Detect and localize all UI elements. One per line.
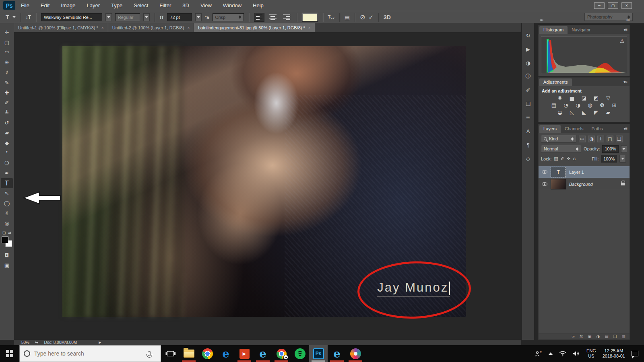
font-family-caret[interactable] bbox=[105, 13, 112, 21]
new-adjustment-layer-icon[interactable]: ◑ bbox=[596, 334, 600, 339]
ellipse-tool[interactable]: ◯ bbox=[1, 198, 13, 208]
menu-type[interactable]: Type bbox=[105, 0, 128, 11]
visibility-eye-icon[interactable] bbox=[542, 182, 547, 186]
panel-menu-icon[interactable]: ▾≡ bbox=[623, 126, 627, 131]
layer-name[interactable]: Background bbox=[569, 182, 593, 187]
swap-colors-icon[interactable]: ⇄ bbox=[8, 231, 11, 235]
zoom-level[interactable]: 50% bbox=[21, 340, 29, 345]
invert-icon[interactable]: ◒ bbox=[556, 109, 564, 115]
default-colors-icon[interactable]: ❏ bbox=[2, 231, 6, 235]
hand-tool[interactable]: ✌ bbox=[1, 208, 13, 218]
delete-layer-icon[interactable]: ▥ bbox=[622, 334, 625, 339]
layer-row-layer-1[interactable]: T Layer 1 bbox=[539, 166, 630, 178]
toggle-panels-button[interactable]: ▤ bbox=[345, 14, 350, 21]
new-layer-icon[interactable]: ❑ bbox=[613, 334, 617, 339]
styles-panel-icon[interactable]: ◑ bbox=[523, 59, 533, 67]
new-group-icon[interactable]: ▤ bbox=[605, 334, 608, 339]
taskbar-paint-3d[interactable] bbox=[346, 345, 365, 362]
restore-button[interactable]: ▢ bbox=[608, 2, 618, 9]
3d-panel-icon[interactable]: ◇ bbox=[523, 154, 533, 162]
hue-saturation-icon[interactable]: ▤ bbox=[550, 102, 557, 108]
tab-paths[interactable]: Paths bbox=[588, 125, 607, 133]
wifi-icon[interactable] bbox=[559, 351, 566, 356]
info-panel-icon[interactable]: ⓘ bbox=[523, 72, 533, 80]
marquee-tool[interactable]: ▢ bbox=[1, 37, 13, 47]
photo-filter-icon[interactable]: ◍ bbox=[586, 102, 594, 108]
history-brush-tool[interactable]: ↺ bbox=[1, 118, 13, 128]
lock-position-icon[interactable]: ✛ bbox=[567, 156, 570, 161]
doc-tab-bainlindengagement[interactable]: bainlindengagement-31.jpg @ 50% (Layer 1… bbox=[194, 23, 315, 32]
channel-mixer-icon[interactable]: ❂ bbox=[599, 102, 606, 108]
anti-alias-select[interactable]: Crisp bbox=[213, 13, 244, 21]
taskbar-search[interactable] bbox=[19, 345, 161, 362]
3d-text-button[interactable]: 3D bbox=[384, 14, 391, 21]
menu-edit[interactable]: Edit bbox=[35, 0, 55, 11]
pen-tool[interactable]: ✒ bbox=[1, 168, 13, 178]
eyedropper-tool[interactable]: ✎ bbox=[1, 78, 13, 88]
gradient-map-icon[interactable]: ◤ bbox=[592, 109, 600, 115]
taskbar-spotify[interactable] bbox=[291, 345, 309, 362]
font-size-caret[interactable] bbox=[195, 13, 202, 21]
menu-select[interactable]: Select bbox=[128, 0, 154, 11]
taskbar-file-explorer[interactable] bbox=[180, 345, 198, 362]
filter-smart-objects-icon[interactable]: ❑ bbox=[616, 136, 623, 142]
threshold-icon[interactable]: ◣ bbox=[580, 109, 588, 115]
brush-tool[interactable]: ✐ bbox=[1, 98, 13, 108]
screen-mode-button[interactable]: ▣ bbox=[1, 260, 13, 270]
character-panel-icon[interactable]: A bbox=[523, 127, 533, 135]
tab-layers[interactable]: Layers bbox=[539, 125, 561, 133]
share-icon[interactable]: ↪ bbox=[35, 340, 38, 345]
text-orientation-button[interactable]: ↓T bbox=[26, 14, 31, 20]
tab-histogram[interactable]: Histogram bbox=[539, 26, 568, 34]
clock[interactable]: 12:25 AM 2018-08-01 bbox=[603, 348, 625, 359]
tab-channels[interactable]: Channels bbox=[561, 125, 587, 133]
microphone-icon[interactable] bbox=[148, 351, 151, 356]
opacity-value[interactable]: 100% bbox=[602, 145, 618, 153]
cancel-edits-button[interactable]: ⊘ bbox=[360, 13, 365, 21]
taskbar-edge[interactable]: e bbox=[217, 345, 235, 362]
warp-text-button[interactable]: T◡ bbox=[328, 14, 334, 20]
actions-panel-icon[interactable]: ▶ bbox=[523, 45, 533, 53]
layer-row-background[interactable]: Background bbox=[539, 178, 630, 190]
healing-brush-tool[interactable]: ✚ bbox=[1, 88, 13, 98]
paragraph-panel-icon[interactable]: ¶ bbox=[523, 141, 533, 149]
minimize-button[interactable]: ─ bbox=[594, 2, 605, 9]
clone-source-panel-icon[interactable]: ❏ bbox=[523, 100, 533, 108]
align-center-button[interactable] bbox=[268, 13, 278, 22]
menu-3d[interactable]: 3D bbox=[177, 0, 195, 11]
move-tool[interactable]: ✛ bbox=[1, 27, 13, 37]
font-style-field[interactable]: Regular bbox=[115, 13, 140, 21]
lasso-tool[interactable]: ◠ bbox=[1, 47, 13, 58]
zoom-tool[interactable]: ◎ bbox=[1, 218, 13, 228]
tab-close-icon[interactable]: × bbox=[308, 26, 311, 30]
language-indicator[interactable]: ENG US bbox=[586, 348, 596, 359]
panel-menu-icon[interactable]: ▾≡ bbox=[623, 80, 627, 84]
tab-navigator[interactable]: Navigator bbox=[568, 26, 594, 34]
type-tool[interactable]: T bbox=[1, 178, 13, 188]
menu-window[interactable]: Window bbox=[217, 0, 247, 11]
foreground-color-swatch[interactable] bbox=[2, 237, 8, 243]
blur-tool[interactable]: ❜ bbox=[1, 148, 13, 158]
tab-adjustments[interactable]: Adjustments bbox=[539, 78, 572, 86]
filter-pixel-layers-icon[interactable]: ▭ bbox=[579, 136, 586, 142]
status-options-arrow[interactable]: ▶ bbox=[99, 341, 101, 344]
menu-filter[interactable]: Filter bbox=[154, 0, 177, 11]
search-input[interactable] bbox=[34, 350, 131, 357]
expand-panels-icon[interactable]: »» bbox=[626, 18, 629, 22]
taskbar-photoshop[interactable]: Ps bbox=[309, 345, 328, 362]
doc-tab-untitled-1[interactable]: Untitled-1 @ 100% (Ellipse 1, CMYK/8) * … bbox=[14, 23, 108, 32]
crop-tool[interactable]: ♯ bbox=[1, 68, 13, 78]
menu-view[interactable]: View bbox=[195, 0, 217, 11]
layer-filter-kind-select[interactable]: Kind bbox=[541, 135, 576, 143]
black-white-icon[interactable]: ◑ bbox=[574, 102, 582, 108]
opacity-caret[interactable] bbox=[621, 145, 627, 153]
fill-caret[interactable] bbox=[619, 155, 626, 162]
quick-selection-tool[interactable]: ✳ bbox=[1, 58, 13, 68]
lock-transparency-icon[interactable]: ▨ bbox=[554, 156, 558, 161]
filter-adjustment-layers-icon[interactable]: ◑ bbox=[588, 136, 595, 142]
lock-paint-icon[interactable]: ✐ bbox=[561, 156, 564, 161]
path-selection-tool[interactable]: ↖ bbox=[1, 188, 13, 198]
font-size-field[interactable]: 72 pt bbox=[167, 13, 192, 21]
workspace-select[interactable]: Photography bbox=[584, 13, 633, 21]
text-layer-thumbnail[interactable]: T bbox=[551, 167, 566, 177]
